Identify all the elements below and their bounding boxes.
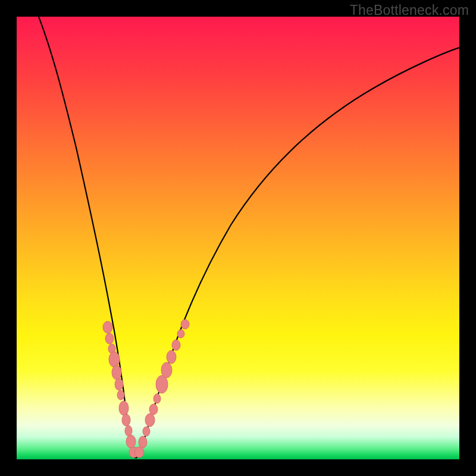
- watermark-text: TheBottleneck.com: [350, 2, 469, 18]
- svg-point-18: [156, 375, 168, 393]
- svg-point-0: [103, 321, 112, 333]
- bead-cluster-left: [103, 321, 139, 458]
- svg-point-4: [112, 365, 121, 380]
- svg-point-10: [126, 435, 136, 448]
- svg-point-14: [143, 427, 150, 436]
- svg-point-17: [154, 394, 161, 403]
- svg-point-23: [181, 320, 189, 329]
- bottleneck-curve: [39, 17, 459, 458]
- svg-point-9: [125, 425, 132, 436]
- svg-point-6: [117, 390, 124, 400]
- svg-point-16: [149, 404, 158, 415]
- svg-point-15: [145, 414, 155, 427]
- bead-cluster-right: [134, 320, 189, 458]
- svg-point-7: [119, 401, 129, 415]
- svg-point-13: [139, 436, 147, 448]
- chart-frame: TheBottleneck.com: [0, 0, 476, 476]
- svg-point-5: [115, 378, 123, 390]
- svg-point-1: [105, 333, 114, 344]
- svg-point-19: [161, 362, 172, 378]
- chart-svg: [17, 17, 459, 459]
- svg-point-21: [172, 340, 180, 350]
- plot-area: [17, 17, 459, 459]
- svg-point-3: [109, 352, 120, 367]
- svg-point-20: [167, 350, 176, 364]
- svg-point-12: [134, 447, 144, 458]
- svg-point-8: [122, 414, 130, 426]
- svg-point-22: [177, 330, 184, 338]
